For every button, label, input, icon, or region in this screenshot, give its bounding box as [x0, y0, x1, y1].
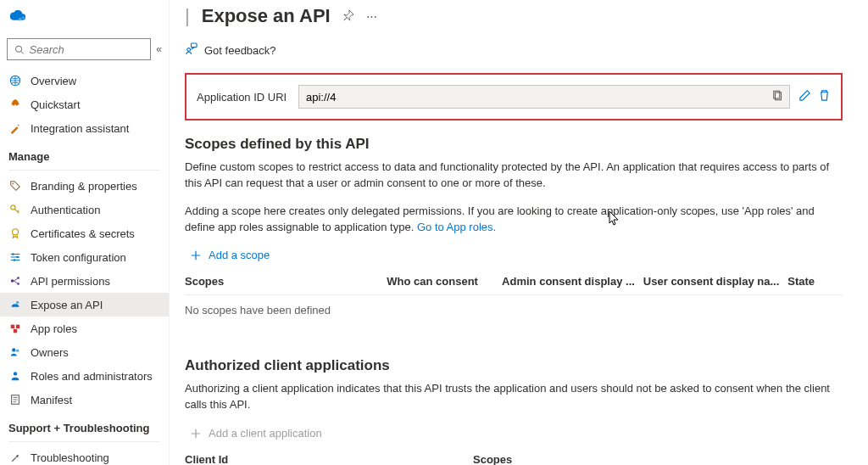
- manifest-icon: [8, 393, 22, 406]
- scopes-desc-2-text: Adding a scope here creates only delegat…: [185, 204, 815, 233]
- sidebar-item-label: API permissions: [31, 275, 110, 288]
- search-icon: [14, 44, 25, 55]
- sidebar-item-manifest[interactable]: Manifest: [0, 388, 169, 412]
- svg-point-6: [13, 183, 14, 185]
- clients-heading: Authorized client applications: [185, 357, 843, 374]
- globe-icon: [8, 74, 22, 87]
- application-id-uri-region: Application ID URI: [185, 73, 843, 120]
- go-to-app-roles-link[interactable]: Go to App roles.: [417, 221, 496, 233]
- sidebar-item-expose-api[interactable]: Expose an API: [0, 293, 169, 317]
- sidebar-item-label: Quickstart: [31, 98, 81, 111]
- api-icon: [8, 274, 22, 288]
- scopes-empty-text: No scopes have been defined: [185, 295, 843, 326]
- sidebar-item-overview[interactable]: Overview: [0, 69, 169, 92]
- col-state[interactable]: State: [787, 268, 843, 295]
- col-who-can-consent[interactable]: Who can consent: [387, 268, 502, 295]
- azure-logo: [8, 10, 27, 24]
- scopes-description-2: Adding a scope here creates only delegat…: [185, 204, 843, 236]
- add-scope-label: Add a scope: [209, 249, 270, 261]
- svg-point-5: [18, 125, 19, 126]
- pin-icon[interactable]: [342, 9, 354, 24]
- title-separator: |: [185, 5, 190, 27]
- application-id-uri-field[interactable]: [298, 85, 790, 109]
- svg-point-2: [15, 46, 21, 52]
- col-user-consent-display[interactable]: User consent display na...: [643, 268, 787, 295]
- sidebar-item-label: Token configuration: [31, 251, 126, 264]
- owners-icon: [8, 345, 22, 359]
- search-input[interactable]: [30, 43, 144, 56]
- add-scope-button[interactable]: Add a scope: [190, 249, 843, 261]
- application-id-uri-label: Application ID URI: [197, 91, 290, 104]
- delete-icon[interactable]: [818, 89, 831, 104]
- svg-point-19: [12, 348, 15, 351]
- divider: [8, 170, 160, 171]
- logo-row: [0, 8, 169, 38]
- sidebar-item-quickstart[interactable]: Quickstart: [0, 92, 169, 116]
- page-title: Expose an API: [202, 5, 331, 27]
- sidebar-item-label: Troubleshooting: [31, 451, 109, 464]
- feedback-link[interactable]: Got feedback?: [185, 42, 843, 73]
- main-content: | Expose an API ⋯ Got feedback? Applicat…: [170, 0, 868, 465]
- sidebar-item-troubleshooting[interactable]: Troubleshooting: [0, 445, 169, 465]
- svg-point-8: [13, 229, 19, 235]
- title-row: | Expose an API ⋯: [185, 0, 843, 42]
- sidebar-item-api-permissions[interactable]: API permissions: [0, 269, 169, 293]
- sidebar: « Overview Quickstart Integration assist…: [0, 0, 170, 465]
- svg-point-21: [14, 372, 17, 375]
- sidebar-item-certificates[interactable]: Certificates & secrets: [0, 221, 169, 245]
- application-id-uri-input[interactable]: [306, 91, 782, 104]
- svg-point-1: [22, 17, 25, 20]
- sidebar-item-label: Roles and administrators: [31, 370, 153, 383]
- collapse-sidebar-button[interactable]: «: [156, 43, 162, 55]
- sidebar-item-token-config[interactable]: Token configuration: [0, 245, 169, 269]
- svg-rect-18: [14, 329, 17, 333]
- divider: [8, 441, 160, 442]
- wrench-icon: [8, 451, 22, 464]
- expose-icon: [8, 298, 22, 311]
- sidebar-item-integration-assistant[interactable]: Integration assistant: [0, 116, 169, 140]
- sidebar-section-manage: Manage: [0, 140, 169, 166]
- add-client-application-button[interactable]: Add a client application: [190, 427, 843, 440]
- sidebar-item-label: Expose an API: [31, 299, 103, 311]
- svg-rect-16: [11, 325, 14, 328]
- svg-point-20: [16, 350, 19, 353]
- clients-description: Authorizing a client application indicat…: [185, 381, 843, 413]
- scopes-table: Scopes Who can consent Admin consent dis…: [185, 268, 843, 325]
- feedback-text: Got feedback?: [204, 44, 276, 57]
- scopes-description-1: Define custom scopes to restrict access …: [185, 160, 843, 192]
- scopes-heading: Scopes defined by this API: [185, 136, 843, 153]
- col-admin-consent-display[interactable]: Admin consent display ...: [502, 268, 643, 295]
- key-icon: [8, 203, 22, 216]
- plus-icon: [190, 249, 202, 261]
- add-client-label: Add a client application: [209, 427, 322, 440]
- sidebar-item-authentication[interactable]: Authentication: [0, 198, 169, 221]
- sidebar-item-owners[interactable]: Owners: [0, 340, 169, 364]
- sidebar-item-label: Overview: [31, 75, 76, 87]
- sliders-icon: [8, 250, 22, 264]
- svg-rect-26: [192, 43, 198, 48]
- svg-point-15: [16, 301, 19, 305]
- tag-icon: [8, 179, 22, 193]
- sidebar-item-label: Branding & properties: [31, 180, 137, 193]
- col-client-id[interactable]: Client Id: [185, 446, 473, 465]
- search-input-wrap[interactable]: [7, 38, 151, 60]
- edit-icon[interactable]: [798, 89, 811, 104]
- col-client-scopes[interactable]: Scopes: [473, 446, 843, 465]
- clients-table: Client Id Scopes No client applications …: [185, 446, 843, 465]
- sidebar-item-label: Manifest: [31, 394, 72, 406]
- cert-icon: [8, 227, 22, 240]
- svg-line-3: [21, 51, 24, 53]
- col-scopes[interactable]: Scopes: [185, 268, 387, 295]
- roles-icon: [8, 322, 22, 335]
- sidebar-item-app-roles[interactable]: App roles: [0, 317, 169, 340]
- rocket-icon: [8, 98, 22, 111]
- sidebar-item-roles-admins[interactable]: Roles and administrators: [0, 364, 169, 388]
- more-icon[interactable]: ⋯: [366, 10, 377, 23]
- svg-point-11: [14, 259, 16, 261]
- svg-point-0: [19, 18, 22, 21]
- copy-icon[interactable]: [772, 90, 784, 104]
- plus-icon: [190, 428, 202, 440]
- sidebar-item-branding[interactable]: Branding & properties: [0, 174, 169, 198]
- sidebar-item-label: Certificates & secrets: [31, 227, 135, 240]
- table-row-empty: No scopes have been defined: [185, 295, 843, 326]
